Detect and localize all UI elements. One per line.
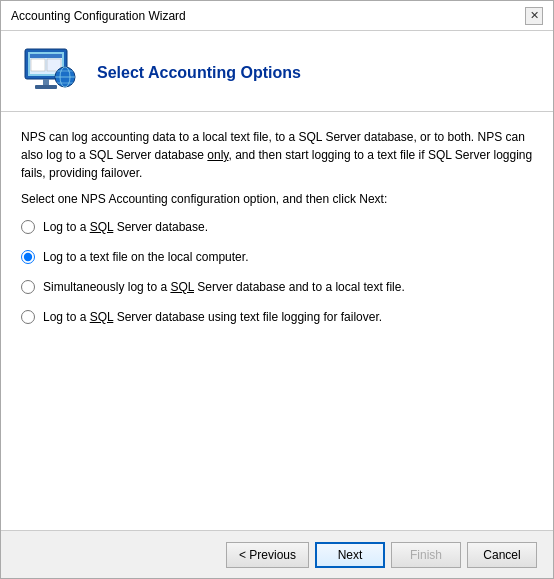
- content-area: NPS can log accounting data to a local t…: [1, 112, 553, 530]
- radio-label-1: Log to a SQL Server database.: [43, 220, 208, 234]
- instruction-text: Select one NPS Accounting configuration …: [21, 192, 533, 206]
- page-title: Select Accounting Options: [97, 64, 301, 82]
- cancel-button[interactable]: Cancel: [467, 542, 537, 568]
- radio-input-4[interactable]: [21, 310, 35, 324]
- radio-option-3[interactable]: Simultaneously log to a SQL Server datab…: [21, 280, 533, 294]
- svg-rect-3: [30, 54, 62, 58]
- close-button[interactable]: ✕: [525, 7, 543, 25]
- wizard-icon: [21, 47, 81, 99]
- desc-underline: only: [207, 148, 228, 162]
- next-button[interactable]: Next: [315, 542, 385, 568]
- dialog-window: Accounting Configuration Wizard ✕: [0, 0, 554, 579]
- finish-button[interactable]: Finish: [391, 542, 461, 568]
- dialog-title: Accounting Configuration Wizard: [11, 9, 186, 23]
- radio-input-1[interactable]: [21, 220, 35, 234]
- radio-option-2[interactable]: Log to a text file on the local computer…: [21, 250, 533, 264]
- footer-bar: < Previous Next Finish Cancel: [1, 530, 553, 578]
- radio-option-4[interactable]: Log to a SQL Server database using text …: [21, 310, 533, 324]
- svg-rect-6: [43, 79, 49, 85]
- radio-input-2[interactable]: [21, 250, 35, 264]
- svg-rect-4: [31, 59, 45, 71]
- radio-label-2: Log to a text file on the local computer…: [43, 250, 248, 264]
- header-section: Select Accounting Options: [1, 31, 553, 112]
- svg-rect-7: [35, 85, 57, 89]
- radio-label-3: Simultaneously log to a SQL Server datab…: [43, 280, 405, 294]
- title-bar: Accounting Configuration Wizard ✕: [1, 1, 553, 31]
- close-icon: ✕: [530, 9, 539, 22]
- radio-option-1[interactable]: Log to a SQL Server database.: [21, 220, 533, 234]
- radio-input-3[interactable]: [21, 280, 35, 294]
- description-paragraph: NPS can log accounting data to a local t…: [21, 128, 533, 182]
- previous-button[interactable]: < Previous: [226, 542, 309, 568]
- radio-label-4: Log to a SQL Server database using text …: [43, 310, 382, 324]
